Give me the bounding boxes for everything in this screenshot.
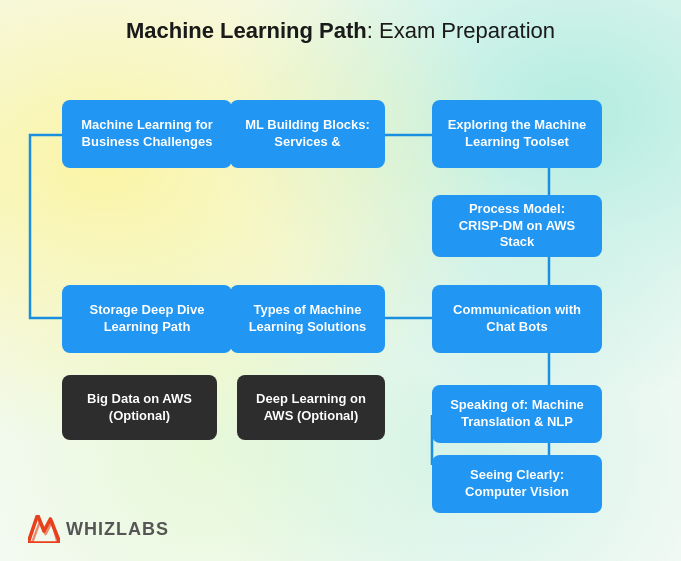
page-title: Machine Learning Path: Exam Preparation (0, 0, 681, 54)
box-crisp-dm: Process Model:CRISP-DM on AWS Stack (432, 195, 602, 257)
box-chat-bots: Communication withChat Bots (432, 285, 602, 353)
box-ml-business-label: Machine Learning forBusiness Challenges (81, 117, 212, 151)
box-translation-label: Speaking of: MachineTranslation & NLP (450, 397, 584, 431)
box-chat-bots-label: Communication withChat Bots (453, 302, 581, 336)
title-normal: : Exam Preparation (367, 18, 555, 43)
diagram-container: Machine Learning Path: Exam Preparation … (0, 0, 681, 561)
box-crisp-dm-label: Process Model:CRISP-DM on AWS Stack (442, 201, 592, 252)
box-ml-building-label: ML Building Blocks:Services & (245, 117, 370, 151)
box-deep-learning: Deep Learning onAWS (Optional) (237, 375, 385, 440)
box-deep-learning-label: Deep Learning onAWS (Optional) (256, 391, 366, 425)
box-ml-business: Machine Learning forBusiness Challenges (62, 100, 232, 168)
title-bold: Machine Learning Path (126, 18, 367, 43)
logo: WHIZLABS (28, 515, 169, 543)
box-translation: Speaking of: MachineTranslation & NLP (432, 385, 602, 443)
box-computer-vision: Seeing Clearly:Computer Vision (432, 455, 602, 513)
box-ml-building: ML Building Blocks:Services & (230, 100, 385, 168)
box-ml-toolset-label: Exploring the MachineLearning Toolset (448, 117, 587, 151)
box-big-data-label: Big Data on AWS(Optional) (87, 391, 192, 425)
whizlabs-logo-icon (28, 515, 60, 543)
logo-text: WHIZLABS (66, 519, 169, 540)
box-ml-toolset: Exploring the MachineLearning Toolset (432, 100, 602, 168)
box-storage-deep: Storage Deep DiveLearning Path (62, 285, 232, 353)
box-computer-vision-label: Seeing Clearly:Computer Vision (465, 467, 569, 501)
box-ml-types-label: Types of MachineLearning Solutions (249, 302, 367, 336)
box-ml-types: Types of MachineLearning Solutions (230, 285, 385, 353)
box-storage-deep-label: Storage Deep DiveLearning Path (90, 302, 205, 336)
box-big-data: Big Data on AWS(Optional) (62, 375, 217, 440)
